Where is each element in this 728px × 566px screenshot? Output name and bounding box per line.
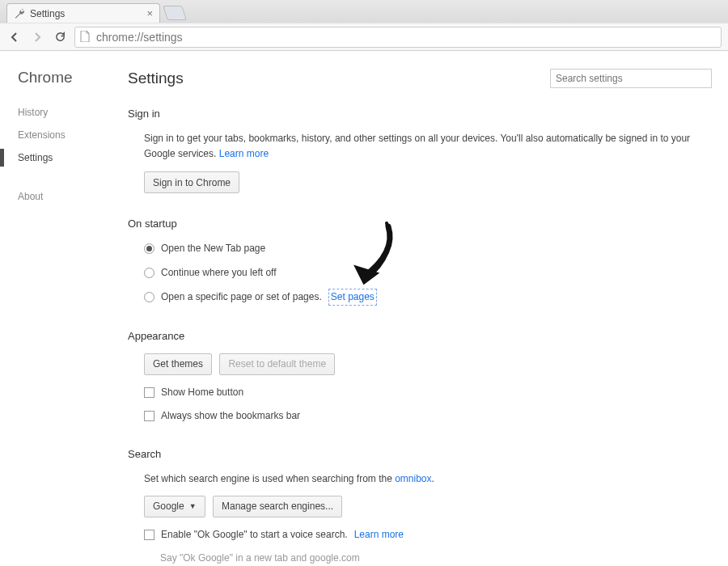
search-title: Search <box>128 448 712 460</box>
search-engine-label: Google <box>153 501 184 512</box>
sidebar-item-extensions[interactable]: Extensions <box>18 124 121 146</box>
appearance-title: Appearance <box>128 330 712 342</box>
main-panel: Settings Sign in Sign in to get your tab… <box>121 51 728 566</box>
startup-option-label: Continue where you left off <box>161 265 277 281</box>
reload-button[interactable] <box>52 29 68 45</box>
sidebar-item-history[interactable]: History <box>18 101 121 124</box>
signin-title: Sign in <box>128 108 712 120</box>
sidebar-item-settings[interactable]: Settings <box>18 146 121 169</box>
section-appearance: Appearance Get themes Reset to default t… <box>128 330 712 424</box>
sidebar-title: Chrome <box>18 69 121 87</box>
startup-option-newtab[interactable]: Open the New Tab page <box>144 241 712 256</box>
show-bookmarks-checkbox-row[interactable]: Always show the bookmarks bar <box>144 408 712 424</box>
radio-icon[interactable] <box>144 268 154 278</box>
radio-icon[interactable] <box>144 243 154 254</box>
ok-google-label: Enable "Ok Google" to start a voice sear… <box>161 527 348 543</box>
ok-google-hint: Say "Ok Google" in a new tab and google.… <box>144 551 712 566</box>
signin-button[interactable]: Sign in to Chrome <box>144 171 239 193</box>
startup-title: On startup <box>128 218 712 230</box>
startup-option-specific[interactable]: Open a specific page or set of pages. Se… <box>144 289 712 306</box>
ok-google-learn-more-link[interactable]: Learn more <box>354 527 404 543</box>
page-title: Settings <box>128 70 184 87</box>
ok-google-checkbox-row[interactable]: Enable "Ok Google" to start a voice sear… <box>144 527 712 543</box>
omnibox-link[interactable]: omnibox <box>395 473 431 484</box>
omnibox[interactable] <box>74 27 722 48</box>
close-icon[interactable]: × <box>146 7 153 19</box>
chevron-down-icon: ▼ <box>189 502 197 510</box>
back-button[interactable] <box>6 29 23 45</box>
section-search: Search Set which search engine is used w… <box>128 448 712 566</box>
sidebar-item-about[interactable]: About <box>18 185 121 208</box>
search-text: Set which search engine is used when sea… <box>144 473 395 484</box>
search-settings-input[interactable] <box>550 69 712 88</box>
signin-learn-more-link[interactable]: Learn more <box>219 148 269 159</box>
tab-title: Settings <box>30 8 65 19</box>
tab-settings[interactable]: Settings × <box>6 3 160 23</box>
tab-bar: Settings × <box>0 0 728 23</box>
address-input[interactable] <box>96 31 716 44</box>
startup-option-label: Open a specific page or set of pages. <box>161 289 322 305</box>
toolbar <box>0 23 728 50</box>
section-startup: On startup Open the New Tab page Continu… <box>128 218 712 306</box>
get-themes-button[interactable]: Get themes <box>144 353 212 375</box>
content-area: Chrome History Extensions Settings About… <box>0 51 728 566</box>
search-engine-dropdown[interactable]: Google ▼ <box>144 496 205 517</box>
checkbox-icon[interactable] <box>144 530 154 540</box>
startup-option-label: Open the New Tab page <box>161 241 265 256</box>
section-signin: Sign in Sign in to get your tabs, bookma… <box>128 108 712 193</box>
show-home-label: Show Home button <box>161 385 243 400</box>
forward-button[interactable] <box>29 29 45 45</box>
manage-search-engines-button[interactable]: Manage search engines... <box>213 496 342 517</box>
reset-theme-button[interactable]: Reset to default theme <box>219 353 335 375</box>
show-home-checkbox-row[interactable]: Show Home button <box>144 385 712 400</box>
wrench-icon <box>14 8 25 19</box>
page-icon <box>80 31 91 44</box>
header-row: Settings <box>128 69 712 88</box>
new-tab-button[interactable] <box>163 6 187 20</box>
show-bookmarks-label: Always show the bookmarks bar <box>161 408 300 424</box>
checkbox-icon[interactable] <box>144 387 154 398</box>
radio-icon[interactable] <box>144 292 154 302</box>
set-pages-link[interactable]: Set pages <box>328 289 377 306</box>
checkbox-icon[interactable] <box>144 411 154 421</box>
browser-chrome: Settings × <box>0 0 728 51</box>
startup-option-continue[interactable]: Continue where you left off <box>144 265 712 281</box>
sidebar: Chrome History Extensions Settings About <box>0 51 121 566</box>
